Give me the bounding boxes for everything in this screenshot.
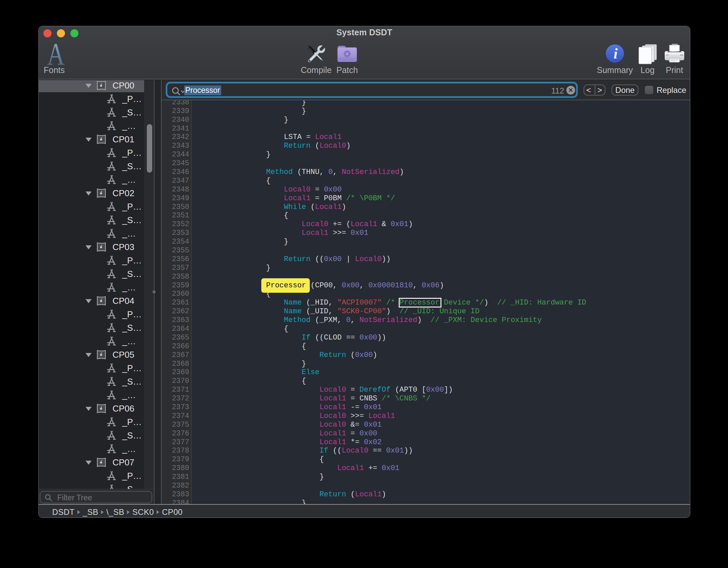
svg-text:i: i <box>614 45 618 62</box>
svg-text:A: A <box>47 43 65 65</box>
